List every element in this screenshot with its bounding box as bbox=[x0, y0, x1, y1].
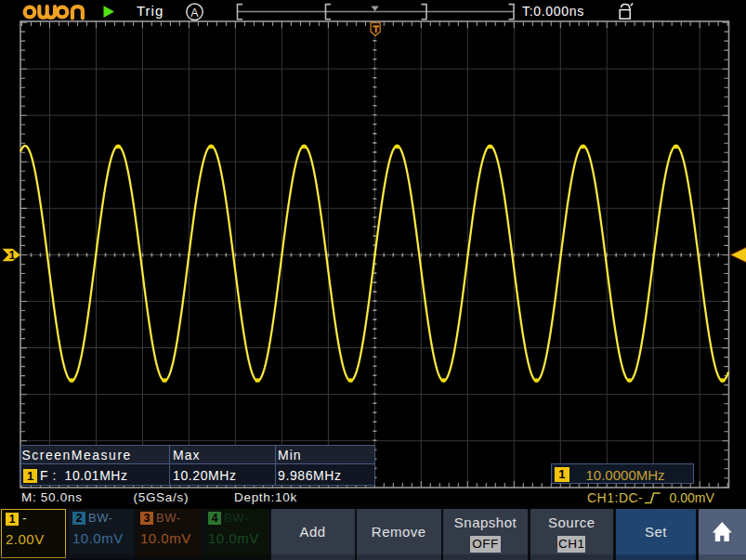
svg-text:A: A bbox=[190, 7, 199, 20]
svg-text:1: 1 bbox=[8, 249, 15, 262]
